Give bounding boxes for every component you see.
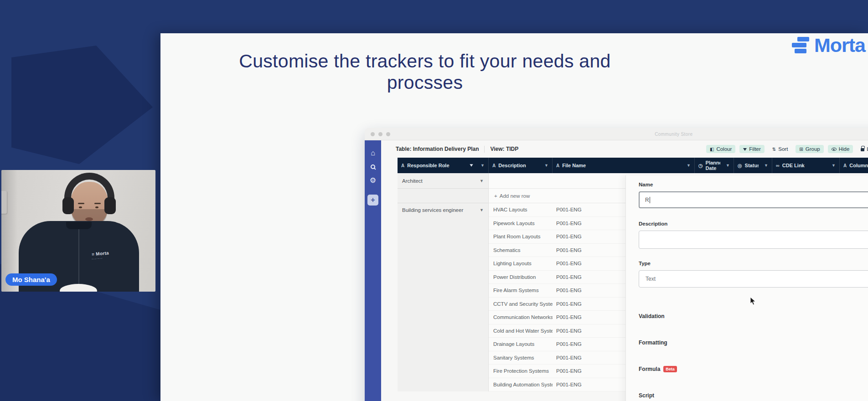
view-topbar: Table: Information Delivery Plan View: T… <box>381 140 868 158</box>
panel-section-formula: FormulaBetaEnable <box>639 361 868 376</box>
chevron-down-icon[interactable]: ▼ <box>832 163 836 168</box>
text-type-icon: A <box>401 163 404 168</box>
presenter-eye <box>79 206 82 208</box>
window-control-dot[interactable] <box>378 132 382 136</box>
search-icon[interactable] <box>371 165 375 169</box>
group-row-architect[interactable]: Architect ▼ <box>398 173 488 189</box>
description-cell[interactable]: Communication Networks <box>489 314 553 320</box>
file-name-cell[interactable]: P001-ENG <box>553 247 582 253</box>
text-type-icon: A <box>843 163 847 168</box>
description-cell[interactable]: Sanitary Systems <box>489 355 553 360</box>
file-name-cell[interactable]: P001-ENG <box>553 368 582 374</box>
filter-icon[interactable] <box>470 164 473 166</box>
name-input-value: R <box>645 197 649 203</box>
chevron-down-icon[interactable]: ▼ <box>764 163 768 168</box>
description-input[interactable] <box>639 231 868 249</box>
sort-icon: ⇅ <box>772 146 776 152</box>
description-cell[interactable]: Power Distribution <box>489 274 553 280</box>
lock-button[interactable]: Lock <box>857 145 868 154</box>
column-header-status[interactable]: ◎Status▼ <box>734 158 772 173</box>
file-name-cell[interactable]: P001-ENG <box>553 382 582 387</box>
morta-logo: Morta <box>792 34 865 57</box>
colour-button[interactable]: ◧Colour <box>706 145 735 153</box>
column-header-responsible-role[interactable]: AResponsible Role▼ <box>398 158 489 173</box>
name-input[interactable]: R <box>639 191 868 208</box>
sort-button[interactable]: ⇅Sort <box>769 145 791 153</box>
file-name-cell[interactable]: P001-ENG <box>553 355 582 360</box>
responsible-role-column: Architect ▼ Building services engineer ▼ <box>398 173 489 391</box>
mouse-cursor <box>750 297 756 306</box>
morta-logo-icon <box>792 37 810 54</box>
chevron-down-icon[interactable]: ▼ <box>544 163 548 168</box>
empty-cell[interactable] <box>398 189 488 203</box>
presenter-eyebrow <box>94 203 101 204</box>
window-titlebar: Community Store <box>365 128 868 140</box>
file-name-cell[interactable]: P001-ENG <box>553 288 582 293</box>
clock-icon: ◷ <box>698 163 703 169</box>
text-cursor <box>650 197 650 203</box>
gear-icon[interactable]: ⚙ <box>370 177 376 184</box>
panel-section-formatting: FormattingShow <box>639 335 868 350</box>
description-cell[interactable]: HVAC Layouts <box>489 207 553 212</box>
type-select[interactable]: Text ▼ <box>639 270 868 288</box>
file-name-cell[interactable]: P001-ENG <box>553 314 582 320</box>
add-button[interactable]: + <box>367 195 378 206</box>
presenter-mouth <box>85 217 93 221</box>
window-control-dot[interactable] <box>386 132 390 136</box>
type-field-label: Type <box>639 261 868 266</box>
description-field-label: Description <box>639 221 868 226</box>
file-name-cell[interactable]: P001-ENG <box>553 301 582 307</box>
table-header-row: AResponsible Role▼ADescription▼AFile Nam… <box>398 158 868 173</box>
app-window: Community Store ⌂ ⚙ + Table: Information… <box>365 128 868 401</box>
description-cell[interactable]: Building Automation Systems <box>489 382 553 387</box>
file-name-cell[interactable]: P001-ENG <box>553 234 582 239</box>
text-type-icon: A <box>556 163 559 168</box>
column-header-column-1[interactable]: AColumn 1▼ <box>840 158 868 173</box>
description-cell[interactable]: Plant Room Layouts <box>489 234 553 239</box>
file-name-cell[interactable]: P001-ENG <box>553 221 582 226</box>
column-settings-panel: Name R Description Type Text ▼ Validatio… <box>625 175 868 401</box>
chevron-down-icon[interactable]: ▼ <box>687 163 691 168</box>
column-header-cde-link[interactable]: ∞CDE Link▼ <box>772 158 840 173</box>
window-control-dot[interactable] <box>371 132 375 136</box>
file-name-cell[interactable]: P001-ENG <box>553 274 582 280</box>
group-button[interactable]: ⊞Group <box>796 145 823 153</box>
description-cell[interactable]: Fire Alarm Systems <box>489 288 553 293</box>
description-cell[interactable]: Cold and Hot Water Systems <box>489 328 553 334</box>
file-name-cell[interactable]: P001-ENG <box>553 207 582 212</box>
lock-icon <box>861 146 864 152</box>
paint-icon: ◧ <box>710 146 714 152</box>
add-new-row-label: Add new row <box>500 193 530 199</box>
headphone-earcup <box>104 197 116 214</box>
table-name-label: Table: Information Delivery Plan <box>396 146 479 152</box>
group-label: Building services engineer <box>402 207 463 213</box>
description-cell[interactable]: CCTV and Security Systems <box>489 301 553 307</box>
chevron-down-icon[interactable]: ▼ <box>480 208 484 212</box>
titlebar-hint-text: Community Store <box>655 132 692 137</box>
hide-button[interactable]: Hide <box>828 145 853 153</box>
description-cell[interactable]: Schematics <box>489 247 553 253</box>
section-label: Validation <box>639 313 665 319</box>
description-cell[interactable]: Drainage Layouts <box>489 341 553 347</box>
group-icon: ⊞ <box>799 146 803 152</box>
column-header-description[interactable]: ADescription▼ <box>489 158 553 173</box>
file-name-cell[interactable]: P001-ENG <box>553 341 582 347</box>
eye-icon <box>832 146 837 152</box>
column-header-planned-date[interactable]: ◷Planned Date▼ <box>695 158 734 173</box>
presenter-eyebrow <box>78 203 84 204</box>
chevron-down-icon[interactable]: ▼ <box>726 163 730 168</box>
description-cell[interactable]: Lighting Layouts <box>489 261 553 266</box>
section-label: Formula <box>639 366 660 372</box>
description-cell[interactable]: Pipework Layouts <box>489 221 553 226</box>
description-cell[interactable]: Fire Protection Systems <box>489 368 553 374</box>
group-row-building-services[interactable]: Building services engineer ▼ <box>398 203 488 217</box>
chevron-down-icon[interactable]: ▼ <box>480 163 485 168</box>
chevron-down-icon[interactable]: ▼ <box>480 179 484 183</box>
file-name-cell[interactable]: P001-ENG <box>553 328 582 334</box>
text-type-icon: A <box>492 163 496 168</box>
column-header-file-name[interactable]: AFile Name▼ <box>553 158 695 173</box>
home-icon[interactable]: ⌂ <box>371 149 375 157</box>
filter-button[interactable]: Filter <box>739 145 765 153</box>
file-name-cell[interactable]: P001-ENG <box>553 261 582 266</box>
webcam-video: ≡ Morta — — — — Mo Shana'a <box>1 170 155 292</box>
